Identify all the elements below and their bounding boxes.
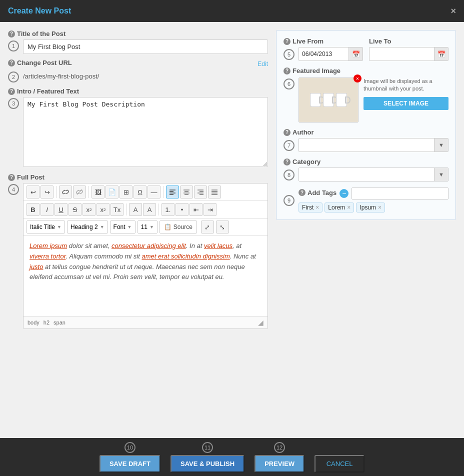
intro-textarea[interactable]: My First Blog Post Description: [23, 97, 268, 167]
preview-num: 12: [274, 442, 285, 453]
live-to-label: Live To: [369, 38, 392, 45]
modal-footer: 10 SAVE DRAFT 11 SAVE & PUBLISH 12 PREVI…: [0, 438, 464, 476]
intro-section: ? Intro / Featured Text 3 My First Blog …: [8, 88, 268, 168]
intro-step-row: 3 My First Blog Post Description: [8, 97, 268, 168]
live-to-field: Live To 📅: [369, 38, 448, 61]
preview-button[interactable]: PREVIEW: [254, 455, 304, 472]
italic-button[interactable]: I: [40, 203, 54, 216]
underline-button[interactable]: U: [54, 203, 68, 216]
toolbar-sep-2: [88, 186, 89, 198]
featured-image-row: × Image will be displayed as a thumbnail…: [298, 78, 448, 122]
subscript-button[interactable]: x2: [82, 203, 96, 216]
outdent-button[interactable]: ⇤: [190, 203, 202, 216]
category-section: ? Category 8 ▼: [284, 158, 448, 182]
tags-label: Add Tags: [308, 189, 336, 196]
image-thumbnail-wrap: ×: [298, 78, 358, 122]
size-dropdown[interactable]: 11 ▼: [138, 220, 158, 234]
save-publish-num: 11: [202, 442, 213, 453]
mug-1: [310, 93, 321, 107]
modal-header: Create New Post ×: [0, 0, 464, 22]
fullscreen-button[interactable]: ⤢: [201, 220, 214, 234]
source-button[interactable]: 📋 Source: [160, 220, 197, 234]
tags-header: ? Add Tags −: [298, 188, 448, 200]
intro-help-icon[interactable]: ?: [8, 88, 15, 95]
justify-button[interactable]: [208, 186, 221, 198]
font-dropdown[interactable]: Font ▼: [110, 220, 136, 234]
resize-button[interactable]: ⤡: [216, 220, 229, 234]
style-dropdown-arrow: ▼: [57, 224, 62, 230]
intro-input-wrap: My First Blog Post Description: [23, 97, 268, 168]
featured-image-help-icon[interactable]: ?: [284, 68, 290, 74]
tags-section: 9 ? Add Tags −: [284, 188, 448, 212]
live-from-calendar-btn[interactable]: 📅: [348, 48, 362, 60]
align-right-button[interactable]: [194, 186, 207, 198]
tag-chip-first: First ×: [298, 202, 322, 212]
category-input[interactable]: [299, 168, 434, 181]
clear-format-button[interactable]: Tx: [110, 203, 124, 216]
align-left-button[interactable]: [166, 186, 179, 198]
unlink-button[interactable]: [73, 186, 86, 198]
editor-content-area[interactable]: Lorem ipsum dolor sit amet, consectetur …: [24, 236, 268, 316]
author-dropdown-arrow[interactable]: ▼: [434, 138, 448, 152]
full-post-help-icon[interactable]: ?: [8, 174, 15, 181]
category-label: Category: [292, 158, 320, 166]
tags-help-icon[interactable]: ?: [298, 189, 306, 196]
category-help-icon[interactable]: ?: [284, 158, 290, 166]
full-post-label: ? Full Post: [8, 174, 268, 181]
mug-3: [336, 93, 347, 107]
save-draft-button[interactable]: SAVE DRAFT: [100, 455, 160, 472]
tag-remove-ipsum[interactable]: ×: [378, 204, 382, 210]
close-button[interactable]: ×: [450, 6, 456, 16]
modal-body: ? Title of the Post 1 ? Change Post URL: [0, 22, 464, 438]
author-section: ? Author 7 ▼: [284, 128, 448, 152]
bold-button[interactable]: B: [26, 203, 40, 216]
toolbar-sep-4: [126, 204, 126, 216]
ordered-list-button[interactable]: 1.: [162, 203, 174, 216]
url-display: /articles/my-first-blog-post/: [23, 70, 99, 82]
editor-toolbar-2: B I U S x2 x2 Tx A A 1: [24, 201, 268, 218]
author-help-icon[interactable]: ?: [284, 129, 290, 136]
strikethrough-button[interactable]: S: [68, 203, 82, 216]
body-tag-bar: body h2 span ◢: [24, 316, 268, 328]
title-help-icon[interactable]: ?: [8, 30, 15, 38]
file-button[interactable]: 📄: [106, 186, 118, 198]
url-help-icon[interactable]: ?: [8, 60, 15, 66]
live-from-field: ? Live From 5 📅: [284, 38, 363, 61]
live-from-help-icon[interactable]: ?: [284, 38, 290, 45]
align-center-button[interactable]: [180, 186, 193, 198]
title-input[interactable]: [23, 40, 268, 54]
hr-button[interactable]: —: [148, 186, 160, 198]
style-dropdown[interactable]: Italic Title ▼: [26, 220, 65, 234]
heading-dropdown[interactable]: Heading 2 ▼: [67, 220, 108, 234]
live-to-calendar-btn[interactable]: 📅: [434, 48, 448, 60]
select-image-button[interactable]: SELECT IMAGE: [364, 97, 448, 110]
bg-color-button[interactable]: A: [143, 203, 156, 216]
right-column: ? Live From 5 📅: [276, 30, 456, 430]
superscript-button[interactable]: x2: [96, 203, 110, 216]
author-input[interactable]: [299, 138, 434, 152]
style-dropdown-label: Italic Title: [30, 224, 55, 230]
tags-minus-button[interactable]: −: [340, 189, 348, 198]
url-edit-link[interactable]: Edit: [258, 60, 268, 68]
live-to-input[interactable]: [370, 48, 434, 60]
resize-handle[interactable]: ◢: [258, 318, 264, 326]
step-6-num: 6: [284, 78, 294, 90]
remove-image-button[interactable]: ×: [354, 74, 362, 82]
font-color-button[interactable]: A: [129, 203, 142, 216]
tags-input[interactable]: [352, 188, 448, 200]
title-step-row: 1: [8, 40, 268, 54]
redo-button[interactable]: ↪: [40, 186, 54, 198]
special-char-button[interactable]: Ω: [134, 186, 146, 198]
cancel-button[interactable]: CANCEL: [314, 455, 364, 472]
category-dropdown-arrow[interactable]: ▼: [434, 168, 448, 181]
live-from-input[interactable]: [299, 48, 348, 60]
table-button[interactable]: ⊞: [120, 186, 132, 198]
tag-remove-first[interactable]: ×: [316, 204, 319, 210]
tag-remove-lorem[interactable]: ×: [347, 204, 350, 210]
undo-button[interactable]: ↩: [26, 186, 40, 198]
save-publish-button[interactable]: SAVE & PUBLISH: [170, 455, 244, 472]
unordered-list-button[interactable]: •: [176, 203, 188, 216]
indent-button[interactable]: ⇥: [204, 203, 216, 216]
link-button[interactable]: [59, 186, 72, 198]
image-button[interactable]: 🖼: [92, 186, 104, 198]
